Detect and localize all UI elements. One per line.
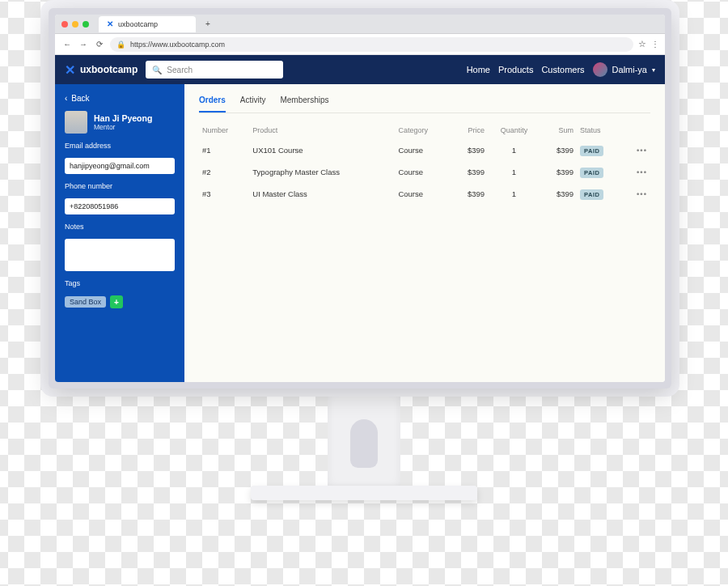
forward-icon[interactable]: → (78, 40, 89, 49)
cell-status: PAID (577, 183, 624, 205)
row-menu-icon[interactable]: ••• (637, 189, 647, 198)
user-name: Dalmi-ya (612, 65, 647, 74)
back-icon[interactable]: ← (61, 40, 73, 49)
cell-quantity: 1 (488, 139, 540, 161)
brand[interactable]: ✕ uxbootcamp (65, 62, 138, 78)
phone-label: Phone number (65, 182, 175, 190)
email-label: Email address (65, 142, 175, 150)
browser-tab-bar: ✕ uxbootcamp + (55, 15, 665, 34)
add-tag-button[interactable]: + (110, 295, 123, 308)
cell-price: $399 (451, 161, 488, 183)
browser-menu-icon[interactable]: ⋮ (651, 40, 658, 49)
monitor-frame: ✕ uxbootcamp + ← → ⟳ 🔒 https://www.uxboo… (49, 8, 671, 389)
cell-category: Course (395, 183, 451, 205)
tabs: Orders Activity Memberships (199, 96, 650, 113)
cell-product: UI Master Class (249, 183, 395, 205)
status-badge: PAID (580, 189, 603, 200)
avatar (593, 62, 607, 77)
nav-products[interactable]: Products (498, 65, 533, 74)
cell-number: #2 (199, 161, 249, 183)
cell-status: PAID (577, 139, 624, 161)
table-header-row: Number Product Category Price Quantity S… (199, 121, 650, 139)
tab-memberships[interactable]: Memberships (280, 96, 328, 113)
app-root: ✕ uxbootcamp 🔍 Search Home Products Cust… (55, 55, 665, 382)
brand-logo-icon: ✕ (65, 62, 75, 78)
new-tab-button[interactable]: + (201, 17, 215, 32)
cell-product: Typography Master Class (249, 161, 395, 183)
status-badge: PAID (580, 168, 603, 178)
customer-profile: Han Ji Pyeong Mentor (65, 111, 175, 134)
orders-table: Number Product Category Price Quantity S… (199, 121, 650, 205)
phone-field[interactable]: +82208051986 (65, 198, 175, 214)
tag-chip[interactable]: Sand Box (65, 296, 106, 308)
nav-customers[interactable]: Customers (541, 65, 584, 74)
customer-name: Han Ji Pyeong (94, 113, 152, 123)
tab-orders[interactable]: Orders (199, 96, 226, 113)
col-number: Number (199, 121, 249, 139)
cell-sum: $399 (540, 161, 577, 183)
cell-number: #1 (199, 139, 249, 161)
status-badge: PAID (580, 146, 603, 156)
chevron-down-icon: ▾ (652, 66, 655, 74)
cell-product: UX101 Course (249, 139, 395, 161)
tab-favicon: ✕ (107, 19, 113, 28)
back-label: Back (71, 94, 89, 103)
cell-category: Course (395, 161, 451, 183)
reload-icon[interactable]: ⟳ (94, 40, 105, 49)
search-icon: 🔍 (152, 66, 162, 74)
browser-tab[interactable]: ✕ uxbootcamp (99, 16, 196, 32)
chevron-left-icon: ‹ (65, 94, 67, 103)
window-controls (61, 21, 89, 28)
col-sum: Sum (540, 121, 577, 139)
col-category: Category (395, 121, 451, 139)
brand-name: uxbootcamp (80, 64, 138, 75)
tab-activity[interactable]: Activity (240, 96, 266, 113)
browser-address-bar: ← → ⟳ 🔒 https://www.uxbootcamp.com ☆ ⋮ (55, 34, 665, 55)
cell-quantity: 1 (488, 183, 540, 205)
close-window-button[interactable] (61, 21, 68, 28)
customer-avatar (65, 111, 87, 134)
bookmark-icon[interactable]: ☆ (638, 39, 646, 49)
tab-title: uxbootcamp (118, 20, 158, 28)
nav-home[interactable]: Home (467, 65, 490, 74)
url-text: https://www.uxbootcamp.com (130, 40, 225, 49)
cell-price: $399 (451, 139, 488, 161)
lock-icon: 🔒 (116, 40, 125, 49)
cell-price: $399 (451, 183, 488, 205)
monitor-stand-base (251, 486, 477, 500)
browser-window: ✕ uxbootcamp + ← → ⟳ 🔒 https://www.uxboo… (55, 15, 665, 382)
address-field[interactable]: 🔒 https://www.uxbootcamp.com (110, 37, 633, 52)
tags-row: Sand Box + (65, 295, 175, 308)
row-menu-icon[interactable]: ••• (637, 146, 647, 155)
cell-status: PAID (577, 161, 624, 183)
monitor-stand-neck (328, 395, 400, 492)
notes-field[interactable] (65, 239, 175, 271)
table-row[interactable]: #2Typography Master ClassCourse$3991$399… (199, 161, 650, 183)
col-price: Price (451, 121, 488, 139)
col-product: Product (249, 121, 395, 139)
maximize-window-button[interactable] (83, 21, 89, 28)
customer-role: Mentor (94, 123, 152, 131)
search-placeholder: Search (167, 66, 193, 74)
user-menu[interactable]: Dalmi-ya ▾ (593, 62, 655, 77)
back-button[interactable]: ‹ Back (65, 94, 175, 103)
cell-quantity: 1 (488, 161, 540, 183)
app-topnav: ✕ uxbootcamp 🔍 Search Home Products Cust… (55, 55, 665, 84)
cell-category: Course (395, 139, 451, 161)
table-row[interactable]: #3UI Master ClassCourse$3991$399PAID••• (199, 183, 650, 205)
notes-label: Notes (65, 223, 175, 231)
col-status: Status (577, 121, 624, 139)
email-field[interactable]: hanjipyeong@gmail.com (65, 158, 175, 174)
search-input[interactable]: 🔍 Search (146, 61, 283, 79)
main-panel: Orders Activity Memberships Number Produ… (184, 84, 665, 382)
sidebar: ‹ Back Han Ji Pyeong Mentor Email addres… (55, 84, 184, 382)
minimize-window-button[interactable] (72, 21, 78, 28)
row-menu-icon[interactable]: ••• (637, 168, 647, 176)
cell-number: #3 (199, 183, 249, 205)
col-quantity: Quantity (488, 121, 540, 139)
table-row[interactable]: #1UX101 CourseCourse$3991$399PAID••• (199, 139, 650, 161)
tags-label: Tags (65, 279, 175, 287)
app-body: ‹ Back Han Ji Pyeong Mentor Email addres… (55, 84, 665, 382)
cell-sum: $399 (540, 183, 577, 205)
cell-sum: $399 (540, 139, 577, 161)
